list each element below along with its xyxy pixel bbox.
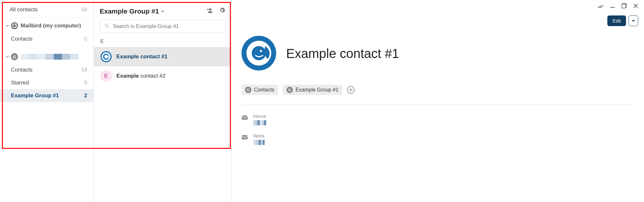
svg-point-9	[252, 46, 266, 60]
sidebar-item-label: Contacts	[11, 67, 81, 73]
contact-detail-pane: Edit Example contact #1 G Contacts G Exa…	[231, 0, 644, 202]
sidebar-item-contacts-local[interactable]: Contacts 0	[0, 33, 94, 45]
sidebar-item-label: Contacts	[11, 36, 84, 42]
mail-icon	[241, 114, 248, 122]
contact-avatar-large-icon	[241, 35, 277, 72]
maximize-icon[interactable]	[621, 3, 627, 11]
sidebar-item-example-group[interactable]: Example Group #1 2	[0, 89, 94, 102]
sidebar-account-email-redacted	[21, 54, 78, 60]
sidebar-item-count: 54	[81, 7, 87, 13]
svg-rect-12	[242, 135, 248, 139]
edit-dropdown-button[interactable]	[629, 15, 638, 26]
add-contact-icon[interactable]	[206, 7, 213, 15]
tag-example-group[interactable]: G Example Group #1	[283, 85, 342, 95]
sidebar-item-count: 0	[84, 36, 87, 42]
tag-contacts[interactable]: G Contacts	[241, 85, 278, 95]
contact-name: Example contact #2	[116, 73, 166, 79]
google-icon: G	[11, 53, 18, 60]
sidebar-item-count: 0	[84, 80, 87, 86]
gear-icon[interactable]	[219, 7, 225, 15]
sidebar-item-starred[interactable]: Starred 0	[0, 76, 94, 89]
sidebar-item-count: 54	[81, 67, 87, 73]
sidebar-account-mailbird[interactable]: Mailbird (my computer)	[0, 19, 94, 33]
chevron-down-icon	[6, 55, 9, 58]
contact-name: Example contact #1	[116, 53, 168, 60]
search-input[interactable]	[113, 24, 221, 29]
add-tag-button[interactable]	[347, 86, 355, 94]
svg-rect-11	[242, 116, 248, 120]
sidebar-item-label: Starred	[11, 80, 84, 86]
tag-label: Contacts	[254, 87, 274, 93]
field-value-redacted	[253, 140, 265, 145]
mark-read-icon[interactable]	[597, 3, 603, 11]
minimize-icon[interactable]	[610, 3, 615, 11]
group-title-text: Example Group #1	[100, 7, 159, 15]
chevron-down-icon	[6, 24, 9, 27]
contact-row[interactable]: Example contact #1	[94, 47, 231, 66]
email-field-home[interactable]: Home	[231, 111, 644, 130]
svg-rect-6	[610, 7, 615, 8]
mailbird-icon	[11, 22, 18, 29]
group-title-dropdown[interactable]: Example Group #1	[100, 7, 165, 15]
mail-icon	[241, 134, 248, 142]
contact-row[interactable]: E Example contact #2	[94, 66, 231, 86]
sidebar-all-contacts[interactable]: All contacts 54	[0, 3, 94, 16]
svg-point-2	[209, 8, 211, 11]
contact-avatar-letter: E	[100, 70, 112, 82]
sidebar-item-label: All contacts	[10, 6, 81, 13]
sidebar-item-count: 2	[84, 93, 87, 99]
contacts-list-pane: Example Group #1 E	[94, 0, 231, 202]
field-value-redacted	[253, 120, 266, 125]
svg-point-10	[260, 50, 262, 52]
sidebar-account-google[interactable]: G	[0, 50, 94, 63]
search-box[interactable]	[100, 20, 225, 33]
divider	[10, 17, 87, 18]
contact-avatar-icon	[100, 51, 112, 63]
svg-point-1	[14, 25, 15, 27]
svg-point-5	[104, 55, 108, 59]
svg-rect-8	[622, 4, 626, 8]
caret-down-icon	[161, 7, 165, 15]
google-icon: G	[245, 87, 251, 93]
edit-button[interactable]: Edit	[607, 15, 626, 26]
email-field-work[interactable]: Work	[231, 130, 644, 150]
sidebar: All contacts 54 Mailbird (my computer) C…	[0, 0, 94, 202]
sidebar-item-label: Example Group #1	[11, 92, 84, 99]
letter-separator: E	[94, 36, 231, 47]
field-label: Work	[253, 133, 265, 139]
field-label: Home	[253, 113, 266, 119]
tag-label: Example Group #1	[295, 87, 338, 93]
svg-point-3	[105, 24, 108, 27]
google-icon: G	[286, 87, 293, 93]
sidebar-account-label: Mailbird (my computer)	[21, 23, 87, 29]
sidebar-item-contacts[interactable]: Contacts 54	[0, 63, 94, 76]
close-icon[interactable]	[633, 3, 638, 11]
contact-title: Example contact #1	[286, 46, 399, 61]
divider	[241, 104, 634, 104]
search-icon	[104, 23, 110, 29]
